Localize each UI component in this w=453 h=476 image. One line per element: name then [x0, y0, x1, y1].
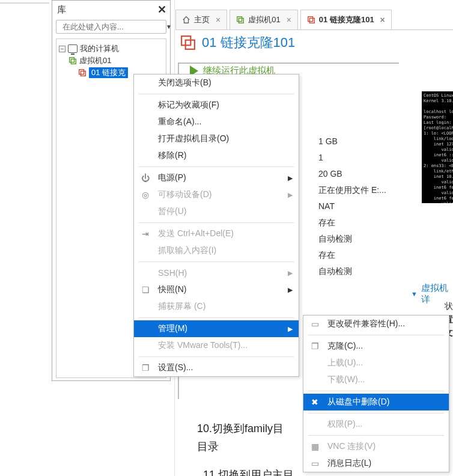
detail-memory: 1 GB: [318, 133, 386, 150]
separator: [139, 261, 294, 262]
detail-sound: 自动检测: [318, 231, 386, 247]
tab-label: 主页: [194, 14, 210, 25]
home-icon: [182, 16, 190, 24]
svg-rect-5: [81, 71, 85, 76]
vm-icon: [307, 16, 315, 24]
tab-label: 虚拟机01: [248, 14, 280, 25]
menu-pause: 暂停(U): [134, 203, 299, 220]
separator: [308, 413, 444, 413]
svg-rect-7: [239, 18, 244, 23]
separator: [139, 166, 294, 167]
separator: [308, 391, 444, 391]
menu-close-tab[interactable]: 关闭选项卡(B): [134, 75, 299, 91]
svg-rect-2: [70, 58, 74, 63]
vm-icon: [68, 56, 77, 65]
svg-rect-8: [308, 17, 313, 22]
menu-download: 下载(W)...: [303, 371, 449, 388]
menu-favorite[interactable]: 标记为收藏项(F): [134, 97, 299, 114]
menu-vnc: ▦VNC 连接(V): [303, 438, 449, 455]
power-icon: ⏻: [140, 172, 151, 183]
close-icon[interactable]: ✕: [157, 3, 166, 16]
terminal-thumbnail[interactable]: CentOS Linux 7 Kernel 3.10.0- localhost …: [422, 91, 453, 203]
vnc-icon: ▦: [309, 441, 320, 452]
tree-item-label: 01 链接克: [89, 67, 128, 78]
settings-icon: ❐: [140, 362, 151, 373]
chevron-down-icon[interactable]: ▼: [166, 23, 172, 30]
chevron-right-icon: ▶: [288, 174, 293, 182]
detail-printer: 存在: [318, 247, 386, 263]
svg-rect-4: [79, 70, 84, 75]
svg-rect-9: [309, 18, 314, 23]
menu-install-tools: 安装 VMware Tools(T)...: [134, 337, 299, 354]
detail-disk: 20 GB: [318, 166, 386, 182]
detail-cdrom: 正在使用文件 E:...: [318, 182, 386, 198]
svg-rect-6: [237, 17, 242, 22]
chevron-right-icon: ▶: [288, 191, 293, 199]
menu-remove[interactable]: 移除(R): [134, 147, 299, 164]
menu-power[interactable]: ⏻电源(P)▶: [134, 169, 299, 186]
menu-removable-devices: ◎可移动设备(D)▶: [134, 186, 299, 203]
menu-delete-from-disk[interactable]: ✖从磁盘中删除(D): [303, 394, 449, 410]
vm-icon: [78, 69, 87, 77]
menu-send-cad: ⇥发送 Ctrl+Alt+Del(E): [134, 225, 299, 242]
menu-capture-screen: 捕获屏幕 (C): [134, 298, 299, 315]
separator: [139, 356, 294, 357]
device-icon: ◎: [140, 189, 151, 200]
menu-upload: 上载(U)...: [303, 355, 449, 371]
library-title: 库: [57, 4, 66, 16]
menu-manage[interactable]: 管理(M)▶: [134, 320, 299, 337]
log-icon: ▭: [309, 458, 320, 469]
snapshot-icon: ❏: [140, 284, 151, 295]
context-menu-main: 关闭选项卡(B) 标记为收藏项(F) 重命名(A)... 打开虚拟机目录(O) …: [133, 74, 299, 377]
vm-header: 01 链接克隆101: [180, 34, 295, 52]
hardware-icon: ▭: [309, 319, 320, 329]
chevron-right-icon: ▶: [288, 325, 293, 333]
send-icon: ⇥: [140, 228, 151, 239]
tab-vm01[interactable]: 虚拟机01 ×: [230, 10, 298, 29]
menu-clone[interactable]: ❐克隆(C)...: [303, 338, 449, 355]
menu-rename[interactable]: 重命名(A)...: [134, 114, 299, 130]
chevron-down-icon: ▼: [411, 290, 418, 298]
close-icon[interactable]: ×: [216, 15, 220, 25]
vm-title: 01 链接克隆101: [202, 34, 295, 52]
chevron-right-icon: ▶: [288, 269, 293, 277]
menu-message-log[interactable]: ▭消息日志(L): [303, 455, 449, 472]
close-icon[interactable]: ×: [380, 15, 385, 25]
detail-cpus: 1: [318, 150, 386, 166]
tab-clone101[interactable]: 01 链接克隆101 ×: [300, 10, 392, 29]
separator: [308, 335, 444, 335]
collapse-icon[interactable]: −: [59, 46, 65, 52]
chevron-right-icon: ▶: [288, 286, 293, 294]
detail-display: 自动检测: [318, 263, 386, 279]
vm-details: 1 GB 1 20 GB 正在使用文件 E:... NAT 存在 自动检测 存在…: [318, 133, 386, 279]
vm-icon-large: [180, 35, 196, 50]
search-box[interactable]: ▼: [56, 20, 166, 34]
menu-settings[interactable]: ❐设置(S)...: [134, 359, 299, 376]
svg-rect-3: [71, 59, 76, 64]
separator: [139, 317, 294, 318]
separator: [139, 222, 294, 223]
detail-usb: 存在: [318, 215, 386, 231]
tree-root[interactable]: − 我的计算机: [59, 43, 163, 55]
vm-icon: [236, 16, 245, 24]
clone-icon: ❐: [309, 341, 320, 352]
menu-snapshot[interactable]: ❏快照(N)▶: [134, 281, 299, 298]
tab-label: 01 链接克隆101: [319, 14, 374, 25]
tabs-bar: 主页 × 虚拟机01 × 01 链接克隆101 ×: [175, 10, 453, 30]
doc-text: 10.切换到family目 目录: [197, 420, 284, 456]
tree-item-label: 虚拟机01: [79, 55, 111, 66]
context-menu-manage: ▭更改硬件兼容性(H)... ❐克隆(C)... 上载(U)... 下载(W).…: [303, 315, 449, 472]
menu-permissions: 权限(P)...: [303, 416, 449, 433]
menu-change-hw[interactable]: ▭更改硬件兼容性(H)...: [303, 316, 449, 332]
close-icon[interactable]: ×: [287, 15, 291, 25]
separator: [308, 435, 444, 436]
tree-root-label: 我的计算机: [80, 43, 119, 54]
delete-icon: ✖: [309, 397, 320, 407]
menu-open-dir[interactable]: 打开虚拟机目录(O): [134, 130, 299, 147]
computer-icon: [68, 44, 78, 53]
doc-text-2: 11 切换到用户主目: [203, 468, 294, 476]
detail-network: NAT: [318, 198, 386, 215]
search-input[interactable]: [62, 22, 163, 31]
tab-home[interactable]: 主页 ×: [175, 10, 227, 29]
tree-item-vm01[interactable]: 虚拟机01: [59, 55, 163, 67]
